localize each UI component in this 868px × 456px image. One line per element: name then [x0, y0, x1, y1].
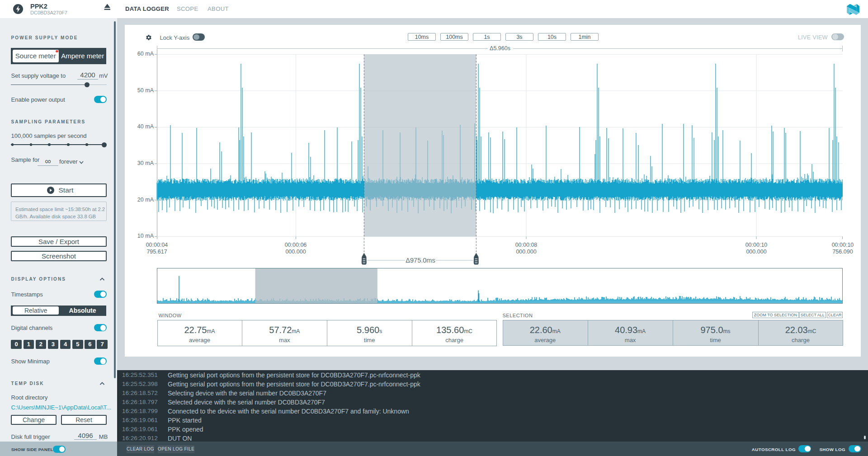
svg-text:Δ975.0ms: Δ975.0ms [406, 257, 435, 264]
